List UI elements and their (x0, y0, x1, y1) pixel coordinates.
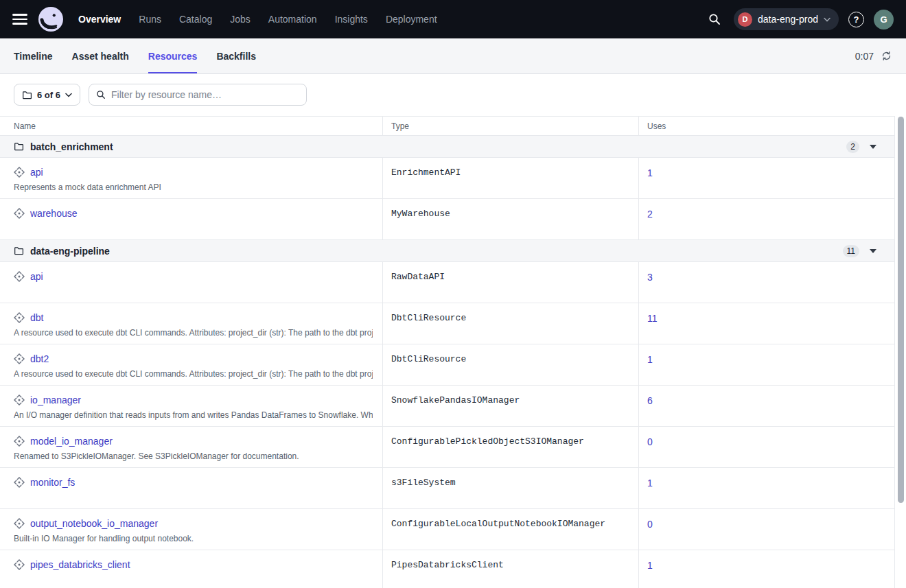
uses-count-link[interactable]: 6 (647, 395, 653, 406)
table-row: dbt2 A resource used to execute dbt CLI … (0, 344, 894, 386)
resource-icon (14, 167, 25, 178)
resource-name-link[interactable]: api (30, 167, 43, 178)
group-row: batch_enrichment 2 (0, 136, 894, 158)
deployment-switcher[interactable]: D data-eng-prod (734, 8, 839, 30)
resource-name-link[interactable]: api (30, 271, 43, 282)
resource-type: s3FileSystem (382, 468, 638, 508)
nav-item-insights[interactable]: Insights (335, 14, 368, 25)
nav-item-deployment[interactable]: Deployment (386, 14, 437, 25)
resource-name-link[interactable]: model_io_manager (30, 436, 113, 447)
tab-backfills[interactable]: Backfills (216, 38, 256, 73)
resource-search-input[interactable] (111, 89, 299, 100)
resource-name-link[interactable]: monitor_fs (30, 477, 75, 488)
nav-item-runs[interactable]: Runs (139, 14, 161, 25)
resource-name-link[interactable]: output_notebook_io_manager (30, 518, 158, 529)
folder-icon (22, 90, 32, 100)
resource-icon (14, 271, 25, 282)
tab-timeline[interactable]: Timeline (14, 38, 53, 73)
nav-item-automation[interactable]: Automation (268, 14, 317, 25)
resource-type: DbtCliResource (382, 303, 638, 344)
dagster-logo-icon[interactable] (38, 7, 63, 32)
deployment-name: data-eng-prod (758, 14, 818, 25)
resource-type: RawDataAPI (382, 262, 638, 303)
group-name: data-eng-pipeline (30, 246, 110, 257)
tab-resources[interactable]: Resources (148, 38, 198, 73)
resource-icon (14, 395, 25, 405)
resource-type: ConfigurableLocalOutputNotebookIOManager (382, 509, 638, 550)
table-row: monitor_fs s3FileSystem 1 (0, 468, 894, 509)
table-header: Name Type Uses (0, 117, 894, 136)
scrollbar-thumb[interactable] (898, 117, 904, 503)
resource-type: DbtCliResource (382, 344, 638, 385)
uses-count-link[interactable]: 0 (647, 519, 653, 530)
group-row: data-eng-pipeline 11 (0, 240, 894, 262)
table-row: api RawDataAPI 3 (0, 262, 894, 303)
resource-name-link[interactable]: warehouse (30, 208, 78, 219)
group-filter-label: 6 of 6 (37, 90, 60, 100)
resource-type: EnrichmentAPI (382, 158, 638, 198)
collapse-caret-icon[interactable] (870, 145, 876, 149)
chevron-down-icon (65, 93, 72, 97)
column-header-uses: Uses (638, 117, 894, 135)
tab-asset-health[interactable]: Asset health (72, 38, 129, 73)
resource-icon (14, 312, 25, 323)
table-row: warehouse MyWarehouse 2 (0, 199, 894, 240)
search-icon[interactable] (705, 10, 724, 29)
refresh-icon[interactable] (880, 50, 892, 62)
collapse-caret-icon[interactable] (870, 249, 876, 253)
resource-description: A resource used to execute dbt CLI comma… (14, 369, 373, 379)
resource-icon (14, 353, 25, 364)
resource-description: Built-in IO Manager for handling output … (14, 534, 373, 543)
vertical-scrollbar (898, 117, 904, 587)
table-row: dbt A resource used to execute dbt CLI c… (0, 303, 894, 344)
folder-icon (14, 141, 24, 152)
uses-count-link[interactable]: 1 (647, 354, 653, 365)
resource-description: An I/O manager definition that reads inp… (14, 410, 373, 420)
table-row: model_io_manager Renamed to S3PickleIOMa… (0, 427, 894, 468)
top-nav: Overview Runs Catalog Jobs Automation In… (0, 0, 906, 38)
uses-count-link[interactable]: 2 (647, 209, 653, 220)
filter-row: 6 of 6 (0, 74, 906, 106)
column-header-name: Name (0, 121, 382, 131)
resource-icon (14, 477, 25, 488)
uses-count-link[interactable]: 1 (647, 478, 653, 489)
resource-icon (14, 559, 25, 570)
uses-count-link[interactable]: 1 (647, 167, 653, 178)
resource-description: Renamed to S3PickleIOManager. See S3Pick… (14, 451, 373, 461)
deployment-initial-badge: D (738, 12, 752, 27)
resource-type: ConfigurablePickledObjectS3IOManager (382, 427, 638, 467)
uses-count-link[interactable]: 11 (647, 313, 658, 324)
group-count-badge: 2 (846, 141, 859, 153)
nav-item-catalog[interactable]: Catalog (179, 14, 212, 25)
search-icon (96, 90, 106, 99)
resource-description: A resource used to execute dbt CLI comma… (14, 328, 373, 338)
nav-item-jobs[interactable]: Jobs (230, 14, 251, 25)
hamburger-menu-icon[interactable] (12, 11, 29, 27)
resource-icon (14, 208, 25, 219)
table-row: io_manager An I/O manager definition tha… (0, 386, 894, 427)
resource-type: MyWarehouse (382, 199, 638, 239)
resource-type: PipesDatabricksClient (382, 550, 638, 588)
resource-icon (14, 518, 25, 529)
table-row: output_notebook_io_manager Built-in IO M… (0, 509, 894, 550)
overview-tab-bar: Timeline Asset health Resources Backfill… (0, 38, 906, 74)
group-filter-button[interactable]: 6 of 6 (14, 84, 80, 106)
resource-name-link[interactable]: io_manager (30, 395, 81, 405)
resources-table: Name Type Uses batch_enrichment 2 api Re… (0, 116, 895, 588)
help-icon[interactable]: ? (848, 12, 864, 27)
uses-count-link[interactable]: 0 (647, 436, 653, 447)
resource-search-box (89, 84, 307, 106)
uses-count-link[interactable]: 3 (647, 272, 653, 283)
uses-count-link[interactable]: 1 (647, 560, 653, 571)
column-header-type: Type (382, 117, 638, 135)
nav-item-overview[interactable]: Overview (78, 14, 121, 25)
chevron-down-icon (824, 17, 830, 22)
resource-name-link[interactable]: dbt (30, 312, 43, 323)
table-row: api Represents a mock data enrichment AP… (0, 158, 894, 199)
user-avatar[interactable]: G (874, 10, 894, 30)
resource-name-link[interactable]: dbt2 (30, 353, 49, 364)
resource-description: Represents a mock data enrichment API (14, 183, 373, 192)
primary-nav: Overview Runs Catalog Jobs Automation In… (78, 14, 437, 25)
refresh-timer: 0:07 (855, 51, 874, 62)
resource-name-link[interactable]: pipes_databricks_client (30, 559, 130, 570)
